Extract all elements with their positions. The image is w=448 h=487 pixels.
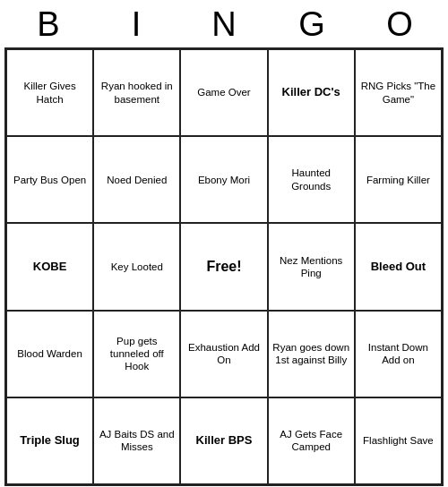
bingo-cell-3: Killer DC's [268, 49, 355, 136]
bingo-cell-7: Ebony Mori [180, 136, 267, 223]
bingo-cell-12: Free! [180, 223, 267, 310]
bingo-cell-9: Farming Killer [355, 136, 442, 223]
bingo-cell-11: Key Looted [93, 223, 180, 310]
bingo-title: B I N G O [4, 0, 444, 47]
bingo-cell-16: Pup gets tunneled off Hook [93, 311, 180, 397]
bingo-cell-14: Bleed Out [355, 223, 442, 310]
bingo-cell-18: Ryan goes down 1st against Billy [268, 311, 355, 397]
bingo-cell-17: Exhaustion Add On [180, 311, 267, 397]
bingo-cell-21: AJ Baits DS and Misses [93, 397, 180, 484]
bingo-cell-24: Flashlight Save [355, 397, 442, 484]
bingo-cell-6: Noed Denied [93, 136, 180, 223]
title-n: N [185, 5, 263, 44]
bingo-cell-23: AJ Gets Face Camped [268, 397, 355, 484]
title-b: B [9, 5, 88, 44]
bingo-cell-1: Ryan hooked in basement [93, 49, 180, 136]
bingo-cell-20: Triple Slug [6, 397, 93, 484]
bingo-cell-2: Game Over [180, 49, 267, 136]
bingo-cell-8: Haunted Grounds [268, 136, 355, 223]
bingo-cell-15: Blood Warden [6, 311, 93, 397]
bingo-cell-22: Killer BPS [180, 397, 267, 484]
bingo-cell-13: Nez Mentions Ping [268, 223, 355, 310]
bingo-cell-10: KOBE [6, 223, 93, 310]
bingo-cell-4: RNG Picks "The Game" [355, 49, 442, 136]
title-o: O [360, 5, 439, 44]
title-i: I [97, 5, 176, 44]
bingo-cell-5: Party Bus Open [6, 136, 93, 223]
bingo-grid: Killer Gives HatchRyan hooked in basemen… [4, 47, 444, 486]
bingo-cell-19: Instant Down Add on [355, 311, 442, 397]
title-g: G [272, 5, 351, 44]
bingo-cell-0: Killer Gives Hatch [6, 49, 93, 136]
